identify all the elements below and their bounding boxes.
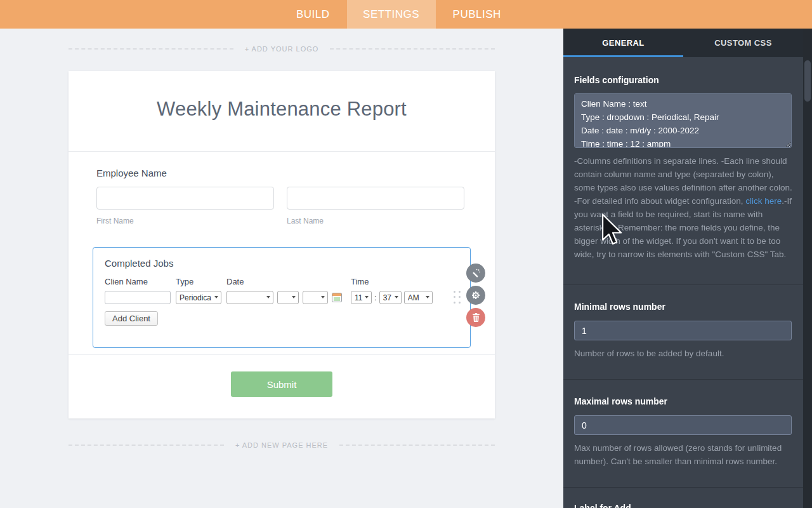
time-separator: : bbox=[374, 293, 377, 302]
employee-name-label: Employee Name bbox=[96, 168, 467, 178]
column-header-date: Date bbox=[226, 277, 351, 286]
tab-custom-css[interactable]: CUSTOM CSS bbox=[683, 29, 803, 57]
column-header-time: Time bbox=[351, 277, 433, 286]
minimal-rows-help: Number of rows to be added by default. bbox=[574, 347, 792, 360]
dashed-divider bbox=[69, 444, 224, 446]
maximal-rows-heading: Maximal rows number bbox=[574, 396, 792, 406]
add-logo-zone[interactable]: + ADD YOUR LOGO bbox=[69, 45, 495, 53]
client-name-cell-input[interactable] bbox=[105, 291, 171, 304]
type-select[interactable]: Periodical bbox=[176, 291, 221, 304]
fields-configuration-section: Fields configuration -Columns definition… bbox=[563, 57, 803, 285]
date-day-select[interactable] bbox=[277, 291, 299, 304]
date-month-select[interactable] bbox=[226, 291, 273, 304]
fields-configuration-help: -Columns definitions in separate lines. … bbox=[574, 154, 792, 261]
time-minute-select[interactable]: 37 bbox=[379, 291, 402, 304]
date-year-select-wrapper bbox=[303, 291, 328, 304]
last-name-input[interactable] bbox=[287, 187, 464, 210]
dashed-divider bbox=[339, 444, 495, 446]
label-for-add-section: Label for Add bbox=[563, 488, 803, 508]
completed-jobs-widget[interactable]: Completed Jobs Clien Name Type bbox=[93, 247, 471, 348]
label-for-add-heading: Label for Add bbox=[574, 503, 792, 508]
fields-configuration-textarea[interactable] bbox=[574, 93, 792, 148]
column-header-type: Type bbox=[176, 277, 226, 286]
last-name-hint: Last Name bbox=[287, 217, 464, 225]
widget-action-buttons bbox=[466, 264, 485, 327]
completed-jobs-label: Completed Jobs bbox=[105, 258, 459, 269]
maximal-rows-section: Maximal rows number Max number of rows a… bbox=[563, 380, 803, 488]
time-ampm-select[interactable]: AM bbox=[404, 291, 433, 304]
widget-delete-button[interactable] bbox=[466, 308, 485, 327]
time-minute-select-wrapper: 37 bbox=[379, 291, 402, 304]
tab-general[interactable]: GENERAL bbox=[563, 29, 683, 57]
widget-settings-button[interactable] bbox=[466, 286, 485, 305]
settings-panel: GENERAL CUSTOM CSS Fields configuration … bbox=[563, 29, 812, 508]
widget-drag-handle[interactable] bbox=[452, 289, 462, 305]
submit-block: Submit bbox=[69, 354, 495, 418]
type-select-wrapper: Periodical bbox=[176, 291, 221, 304]
add-new-page-zone[interactable]: + ADD NEW PAGE HERE bbox=[69, 441, 495, 449]
form-title[interactable]: Weekly Maintenance Report bbox=[81, 98, 482, 121]
settings-panel-tabs: GENERAL CUSTOM CSS bbox=[563, 29, 812, 57]
date-year-select[interactable] bbox=[303, 291, 328, 304]
minimal-rows-section: Minimal rows number Number of rows to be… bbox=[563, 285, 803, 380]
top-tabs: BUILD SETTINGS PUBLISH bbox=[279, 0, 518, 29]
maximal-rows-input[interactable] bbox=[574, 415, 792, 435]
add-logo-label[interactable]: + ADD YOUR LOGO bbox=[233, 45, 331, 53]
first-name-hint: First Name bbox=[96, 217, 274, 225]
settings-panel-body: Fields configuration -Columns definition… bbox=[563, 57, 803, 508]
minimal-rows-input[interactable] bbox=[574, 321, 792, 340]
time-hour-select-wrapper: 11 bbox=[351, 291, 372, 304]
tab-build[interactable]: BUILD bbox=[279, 0, 347, 29]
form-title-block[interactable]: Weekly Maintenance Report bbox=[69, 71, 495, 152]
top-navigation-bar: BUILD SETTINGS PUBLISH bbox=[0, 0, 812, 29]
fields-configuration-heading: Fields configuration bbox=[574, 75, 792, 85]
add-new-page-label[interactable]: + ADD NEW PAGE HERE bbox=[224, 441, 339, 449]
submit-button[interactable]: Submit bbox=[231, 371, 332, 397]
tab-publish[interactable]: PUBLISH bbox=[436, 0, 518, 29]
maximal-rows-help: Max number of rows allowed (zero stands … bbox=[574, 441, 792, 468]
time-hour-select[interactable]: 11 bbox=[351, 291, 372, 304]
trash-icon bbox=[472, 313, 480, 322]
magic-wand-button[interactable] bbox=[466, 264, 485, 283]
magic-wand-icon bbox=[471, 269, 481, 278]
calendar-icon[interactable] bbox=[332, 293, 342, 302]
tab-settings[interactable]: SETTINGS bbox=[347, 0, 436, 29]
minimal-rows-heading: Minimal rows number bbox=[574, 302, 792, 312]
time-ampm-select-wrapper: AM bbox=[404, 291, 433, 304]
employee-name-widget[interactable]: Employee Name First Name Last Name bbox=[69, 152, 495, 247]
panel-scrollbar-track[interactable] bbox=[803, 29, 812, 508]
click-here-link[interactable]: click here bbox=[745, 196, 782, 206]
panel-scrollbar-thumb[interactable] bbox=[804, 60, 811, 102]
first-name-input[interactable] bbox=[96, 187, 274, 210]
dashed-divider bbox=[69, 48, 233, 50]
date-month-select-wrapper bbox=[226, 291, 273, 304]
date-day-select-wrapper bbox=[277, 291, 299, 304]
form-page-card: Weekly Maintenance Report Employee Name … bbox=[69, 71, 495, 418]
add-client-button[interactable]: Add Client bbox=[105, 311, 158, 326]
form-builder-app: BUILD SETTINGS PUBLISH + ADD YOUR LOGO W… bbox=[0, 0, 812, 508]
active-tab-underline bbox=[563, 55, 683, 57]
dashed-divider bbox=[330, 48, 495, 50]
column-header-client-name: Clien Name bbox=[105, 277, 176, 286]
gear-icon bbox=[471, 290, 481, 300]
